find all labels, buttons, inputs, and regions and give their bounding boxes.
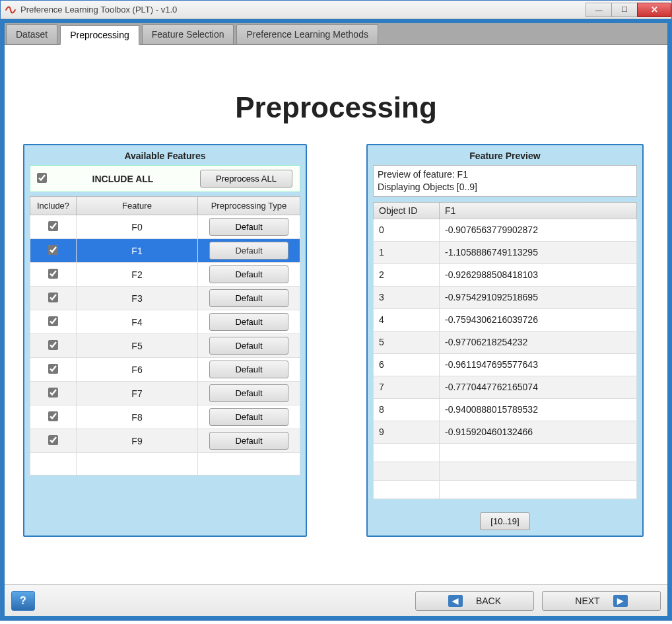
- tab-preprocessing[interactable]: Preprocessing: [60, 25, 139, 45]
- feature-row[interactable]: F8Default: [30, 405, 300, 429]
- preview-row: [374, 480, 637, 499]
- preview-row[interactable]: 3-0.9754291092518695: [374, 286, 637, 308]
- preview-row[interactable]: 0-0.9076563779902872: [374, 219, 637, 241]
- tabbar: DatasetPreprocessingFeature SelectionPre…: [5, 23, 667, 45]
- feature-row[interactable]: F1Default: [30, 239, 300, 263]
- preview-row[interactable]: 2-0.9262988508418103: [374, 263, 637, 286]
- include-checkbox[interactable]: [48, 269, 58, 279]
- preview-row[interactable]: 6-0.9611947695577643: [374, 353, 637, 376]
- object-id: 0: [374, 219, 440, 241]
- feature-name: F8: [77, 405, 198, 429]
- include-checkbox[interactable]: [48, 316, 58, 326]
- feature-preview-panel: Feature Preview Preview of feature: F1 D…: [366, 144, 644, 537]
- tab-dataset[interactable]: Dataset: [6, 24, 57, 44]
- help-button[interactable]: ?: [11, 591, 35, 611]
- preview-row[interactable]: 1-1.1058886749113295: [374, 241, 637, 263]
- include-checkbox[interactable]: [48, 293, 58, 302]
- preprocessing-type-button[interactable]: Default: [209, 384, 288, 402]
- feature-name: F4: [77, 310, 198, 334]
- pager: [10..19]: [373, 512, 637, 530]
- back-label: BACK: [476, 596, 501, 606]
- feature-name: F3: [77, 287, 198, 310]
- next-page-button[interactable]: [10..19]: [480, 512, 530, 530]
- object-id: 5: [374, 331, 440, 353]
- available-features-panel: Available Features INCLUDE ALL Preproces…: [23, 144, 307, 537]
- object-value: -0.9076563779902872: [440, 219, 637, 241]
- preview-table: Object ID F1 0-0.90765637799028721-1.105…: [373, 202, 637, 499]
- feature-row[interactable]: F3Default: [30, 287, 300, 310]
- col-feature[interactable]: Feature: [77, 197, 198, 215]
- col-type[interactable]: Preprocessing Type: [198, 197, 300, 215]
- feature-name: F0: [77, 215, 198, 239]
- feature-row[interactable]: F9Default: [30, 429, 300, 453]
- col-include[interactable]: Include?: [30, 197, 77, 215]
- include-checkbox[interactable]: [48, 221, 58, 231]
- minimize-button[interactable]: [586, 3, 612, 17]
- feature-name: F7: [77, 382, 198, 405]
- object-value: -0.9400888015789532: [440, 398, 637, 421]
- object-value: -0.9754291092518695: [440, 286, 637, 308]
- back-button[interactable]: ◀ BACK: [415, 591, 534, 611]
- preprocessing-type-button[interactable]: Default: [209, 361, 288, 378]
- footer: ? ◀ BACK NEXT ▶: [5, 584, 667, 616]
- preview-row[interactable]: 8-0.9400888015789532: [374, 398, 637, 421]
- object-value: -0.7594306216039726: [440, 308, 637, 331]
- preview-row: [374, 443, 637, 462]
- preview-row: [374, 462, 637, 480]
- include-checkbox[interactable]: [48, 245, 58, 255]
- object-value: -0.9611947695577643: [440, 353, 637, 376]
- include-checkbox[interactable]: [48, 340, 58, 350]
- include-checkbox[interactable]: [48, 388, 58, 398]
- include-checkbox[interactable]: [48, 435, 58, 445]
- app-icon: [5, 4, 17, 16]
- col-object-id[interactable]: Object ID: [374, 202, 440, 219]
- object-value: -0.7770447762165074: [440, 376, 637, 398]
- feature-row[interactable]: F6Default: [30, 358, 300, 382]
- include-checkbox[interactable]: [48, 364, 58, 374]
- tab-feature-selection[interactable]: Feature Selection: [142, 24, 234, 44]
- preview-row[interactable]: 4-0.7594306216039726: [374, 308, 637, 331]
- object-id: 9: [374, 421, 440, 443]
- object-id: 2: [374, 263, 440, 286]
- feature-row[interactable]: F0Default: [30, 215, 300, 239]
- feature-row[interactable]: F2Default: [30, 263, 300, 287]
- preprocessing-type-button[interactable]: Default: [209, 242, 288, 260]
- preprocessing-type-button[interactable]: Default: [209, 313, 288, 331]
- next-label: NEXT: [575, 596, 599, 606]
- preprocessing-type-button[interactable]: Default: [209, 265, 288, 283]
- preprocessing-type-button[interactable]: Default: [209, 218, 288, 236]
- preview-row[interactable]: 7-0.7770447762165074: [374, 376, 637, 398]
- preprocessing-type-button[interactable]: Default: [209, 337, 288, 355]
- include-checkbox[interactable]: [48, 411, 58, 421]
- object-id: 3: [374, 286, 440, 308]
- object-value: -0.97706218254232: [440, 331, 637, 353]
- maximize-button[interactable]: [611, 3, 638, 17]
- preview-info-line2: Displaying Objects [0..9]: [378, 181, 632, 193]
- features-table: Include? Feature Preprocessing Type F0De…: [30, 196, 300, 475]
- next-button[interactable]: NEXT ▶: [542, 591, 661, 611]
- feature-row[interactable]: F5Default: [30, 334, 300, 358]
- object-id: 6: [374, 353, 440, 376]
- preview-row[interactable]: 9-0.915920460132466: [374, 421, 637, 443]
- preprocess-all-button[interactable]: Preprocess ALL: [200, 170, 292, 188]
- object-id: 8: [374, 398, 440, 421]
- tab-preference-learning-methods[interactable]: Preference Learning Methods: [236, 24, 378, 44]
- feature-name: F5: [77, 334, 198, 358]
- object-id: 7: [374, 376, 440, 398]
- include-all-checkbox[interactable]: [37, 173, 47, 183]
- feature-row[interactable]: F4Default: [30, 310, 300, 334]
- table-row: [30, 453, 300, 475]
- preprocessing-type-button[interactable]: Default: [209, 289, 288, 307]
- include-all-label: INCLUDE ALL: [49, 174, 197, 184]
- titlebar: Preference Learning Toolbox (PLT) - v1.0: [1, 1, 671, 19]
- feature-name: F6: [77, 358, 198, 382]
- feature-name: F1: [77, 239, 198, 263]
- object-value: -0.915920460132466: [440, 421, 637, 443]
- col-value[interactable]: F1: [440, 202, 637, 219]
- feature-row[interactable]: F7Default: [30, 382, 300, 405]
- preprocessing-type-button[interactable]: Default: [209, 432, 288, 450]
- close-button[interactable]: [637, 3, 671, 17]
- available-features-title: Available Features: [30, 151, 300, 161]
- preview-row[interactable]: 5-0.97706218254232: [374, 331, 637, 353]
- preprocessing-type-button[interactable]: Default: [209, 408, 288, 426]
